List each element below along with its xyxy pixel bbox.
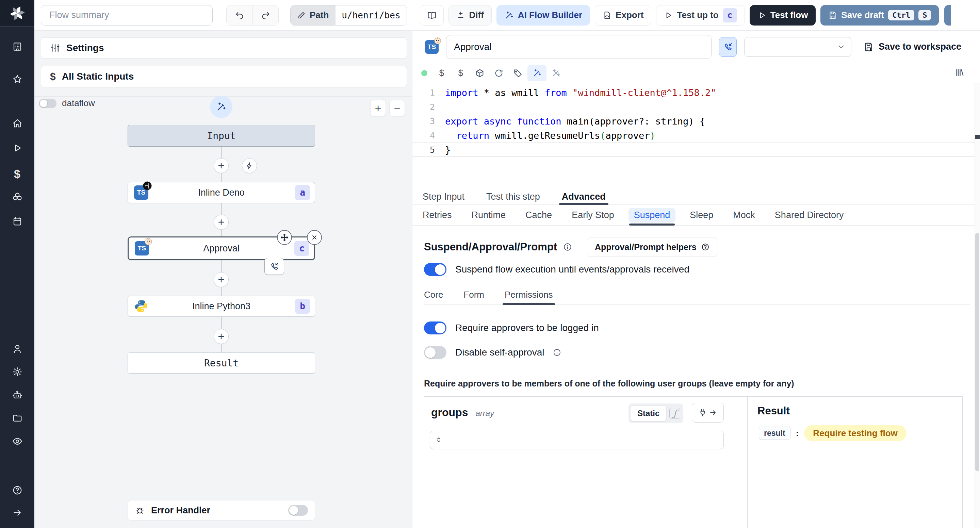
deploy-button-partial[interactable] [944, 5, 951, 25]
approval-phone-button[interactable] [719, 37, 737, 57]
export-button[interactable]: Export [595, 5, 651, 25]
dataflow-toggle[interactable] [39, 99, 56, 108]
save-draft-button[interactable]: Save draftCtrlS [821, 5, 939, 25]
redo-button[interactable] [253, 5, 278, 25]
require-logged-in-toggle[interactable] [424, 321, 447, 334]
node-inline-deno[interactable]: TS Inline Deno a [127, 182, 315, 203]
zoom-out-button[interactable]: − [389, 100, 405, 116]
code-editor[interactable]: 1import * as wmill from "windmill-client… [412, 83, 975, 189]
ai-builder-wand-button[interactable] [210, 95, 232, 118]
sliders-icon [50, 43, 60, 53]
subtab-mock[interactable]: Mock [733, 205, 755, 225]
scrollbar-track[interactable] [975, 83, 980, 528]
path-control[interactable]: Path u/henri/bes [290, 5, 407, 25]
settings-gear-icon[interactable] [0, 367, 34, 377]
zoom-in-button[interactable]: + [370, 100, 386, 116]
flow-settings-label: Settings [66, 43, 104, 53]
insert-step-button[interactable] [214, 329, 229, 344]
deno-icon [142, 181, 153, 191]
delete-step-button[interactable] [307, 230, 322, 245]
error-handler-row[interactable]: Error Handler [127, 500, 315, 520]
approval-prompt-helpers-button[interactable]: Approval/Prompt helpers [587, 237, 717, 257]
result-title: Result [757, 405, 959, 417]
suspend-title: Suspend/Approval/Prompt [424, 241, 557, 253]
ai-flow-builder-button[interactable]: AI Flow Builder [496, 5, 590, 25]
step-name-input[interactable] [446, 35, 711, 59]
subtab-early-stop[interactable]: Early Stop [572, 205, 614, 225]
schedules-calendar-icon[interactable] [0, 216, 34, 226]
node-inline-python[interactable]: Inline Python3 b [127, 296, 315, 317]
env-vars-dollar-button[interactable]: $ [432, 65, 451, 81]
static-mode-button[interactable]: Static [630, 406, 667, 421]
path-value[interactable]: u/henri/bes [336, 5, 406, 25]
expression-mode-button[interactable]: ƒ [668, 406, 682, 421]
expand-sidebar-arrow-icon[interactable] [0, 507, 34, 518]
subtab-cache[interactable]: Cache [525, 205, 552, 225]
diff-button[interactable]: Diff [449, 5, 492, 25]
insert-trigger-bolt-button[interactable] [242, 158, 257, 173]
suspend-inner-tabs: Core Form Permissions [424, 289, 970, 305]
connect-input-button[interactable] [692, 403, 724, 423]
tab-permissions[interactable]: Permissions [504, 289, 553, 304]
tag-button[interactable] [508, 65, 527, 81]
subtab-retries[interactable]: Retries [423, 205, 452, 225]
groups-input[interactable] [430, 431, 724, 449]
insert-step-button[interactable] [214, 158, 229, 173]
undo-button[interactable] [227, 5, 253, 25]
package-button[interactable] [470, 65, 489, 81]
home-icon[interactable] [0, 118, 34, 129]
audit-eye-icon[interactable] [0, 436, 34, 446]
runs-play-icon[interactable] [0, 143, 34, 153]
scrollbar-thumb[interactable] [975, 233, 979, 471]
user-icon[interactable] [0, 344, 34, 354]
tab-step-input[interactable]: Step Input [423, 189, 465, 204]
error-handler-toggle[interactable] [288, 505, 308, 516]
ai-disabled-wand-button[interactable] [546, 65, 566, 81]
resources-boxes-icon[interactable] [0, 192, 34, 202]
docs-book-button[interactable] [420, 5, 444, 25]
insert-step-button[interactable] [214, 272, 229, 287]
insert-step-button[interactable] [214, 215, 229, 230]
flow-summary-input[interactable] [41, 5, 213, 25]
info-icon[interactable] [553, 348, 561, 356]
subtab-shared-directory[interactable]: Shared Directory [775, 205, 844, 225]
suspend-toggle[interactable] [424, 263, 447, 276]
node-input[interactable]: Input [127, 125, 315, 146]
help-icon[interactable] [0, 485, 34, 495]
workers-robot-icon[interactable] [0, 390, 34, 400]
result-key-badge[interactable]: result [759, 426, 791, 440]
disable-self-approval-label: Disable self-approval [455, 347, 544, 358]
test-flow-button[interactable]: Test flow [749, 5, 816, 25]
node-result[interactable]: Result [127, 353, 315, 374]
reload-button[interactable] [489, 65, 508, 81]
subtab-sleep[interactable]: Sleep [690, 205, 713, 225]
info-icon[interactable] [563, 243, 572, 251]
scrollbar-thumb-dark[interactable] [975, 135, 980, 139]
flow-settings-row[interactable]: Settings [41, 37, 407, 59]
tab-form[interactable]: Form [463, 289, 484, 304]
tab-test-this-step[interactable]: Test this step [486, 189, 540, 204]
ai-assistant-wand-button[interactable] [527, 65, 546, 81]
all-static-inputs-row[interactable]: $ All Static Inputs [41, 66, 407, 87]
subtab-runtime[interactable]: Runtime [472, 205, 506, 225]
top-toolbar: Path u/henri/bes Diff AI Flow Builder Ex… [34, 0, 980, 30]
workspace-icon[interactable] [0, 41, 34, 52]
test-up-to-step-badge: c [723, 8, 737, 22]
approval-phone-incoming-badge[interactable] [264, 258, 284, 275]
folders-icon[interactable] [0, 413, 34, 423]
script-version-select[interactable] [744, 37, 851, 57]
save-to-workspace-button[interactable]: Save to workspace [864, 41, 961, 52]
windmill-logo[interactable] [0, 0, 34, 27]
library-icon[interactable] [954, 67, 964, 77]
disable-self-approval-toggle[interactable] [424, 346, 447, 359]
subtab-suspend[interactable]: Suspend [634, 205, 670, 225]
advanced-subtabs: Retries Runtime Cache Early Stop Suspend… [412, 205, 975, 226]
variables-dollar-icon[interactable]: $ [0, 167, 34, 181]
tab-advanced[interactable]: Advanced [562, 189, 606, 204]
tab-core[interactable]: Core [424, 289, 443, 304]
typescript-icon: TS [425, 40, 439, 54]
favorites-star-icon[interactable] [0, 74, 34, 84]
test-up-to-button[interactable]: Test up toc [656, 5, 745, 25]
move-step-button[interactable] [277, 230, 292, 245]
contextual-vars-dollar-button[interactable]: $ [451, 65, 470, 81]
